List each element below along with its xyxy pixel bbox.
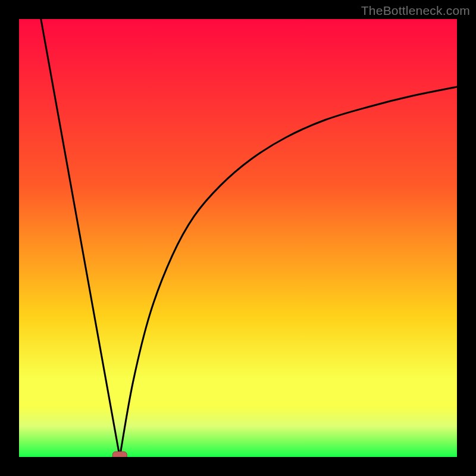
gradient-background [19,19,457,457]
bottleneck-curve-chart [19,19,457,457]
chart-frame [19,19,457,457]
attribution-text: TheBottleneck.com [361,4,470,18]
optimal-marker [112,452,127,457]
chart-svg [19,19,457,457]
